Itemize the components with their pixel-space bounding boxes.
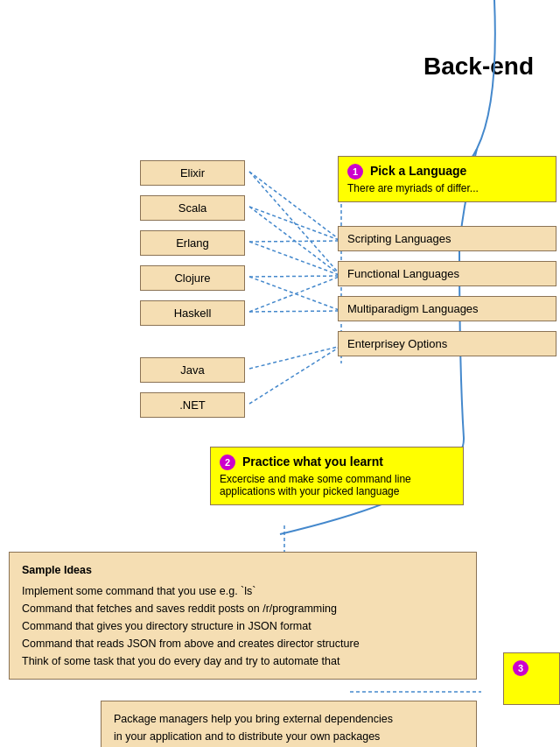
enterprisey-options-box: Enterprisey Options xyxy=(338,331,556,356)
svg-line-4 xyxy=(249,241,341,242)
lang-clojure: Clojure xyxy=(140,265,245,291)
multiparadigm-languages-box: Multiparadigm Languages xyxy=(338,296,556,321)
svg-line-11 xyxy=(249,346,341,404)
page-title: Back-end xyxy=(424,53,534,81)
sample-item-1: Command that fetches and saves reddit po… xyxy=(22,600,464,617)
lang-dotnet: .NET xyxy=(140,392,245,418)
step-1-badge: 1 xyxy=(347,164,363,180)
svg-line-3 xyxy=(249,207,341,276)
svg-line-7 xyxy=(249,277,341,311)
lang-haskell: Haskell xyxy=(140,300,245,326)
svg-line-5 xyxy=(249,242,341,276)
svg-line-10 xyxy=(249,346,341,369)
lang-elixir: Elixir xyxy=(140,160,245,186)
lang-scala: Scala xyxy=(140,195,245,221)
svg-line-0 xyxy=(249,172,341,241)
svg-line-2 xyxy=(249,207,341,241)
sample-ideas-box: Sample Ideas Implement some command that… xyxy=(9,552,477,680)
svg-line-1 xyxy=(249,172,341,276)
sample-item-2: Command that gives you directory structu… xyxy=(22,617,464,635)
sample-item-0: Implement some command that you use e.g.… xyxy=(22,582,464,600)
step-3-badge: 3 xyxy=(513,660,528,676)
svg-line-9 xyxy=(249,311,341,312)
lang-java: Java xyxy=(140,357,245,383)
pick-language-box: 1 Pick a Language There are myriads of d… xyxy=(338,156,556,202)
functional-languages-box: Functional Languages xyxy=(338,261,556,286)
lang-erlang: Erlang xyxy=(140,230,245,256)
sample-item-3: Command that reads JSON from above and c… xyxy=(22,635,464,652)
svg-line-6 xyxy=(249,276,341,277)
package-managers-box: Package managers help you bring external… xyxy=(101,701,477,747)
practice-box: 2 Practice what you learnt Excercise and… xyxy=(210,447,464,505)
step-2-badge: 2 xyxy=(220,455,235,470)
step-3-box: 3 xyxy=(503,652,560,705)
sample-item-4: Think of some task that you do every day… xyxy=(22,652,464,670)
scripting-languages-box: Scripting Languages xyxy=(338,226,556,251)
svg-line-8 xyxy=(249,276,341,312)
